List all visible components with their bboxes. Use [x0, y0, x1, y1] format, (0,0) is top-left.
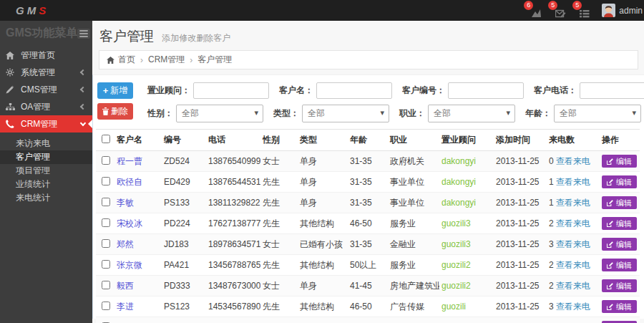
sidebar-item-system[interactable]: 系统管理: [0, 64, 92, 81]
customer-name-link[interactable]: 李敏: [117, 198, 134, 208]
customer-name-link[interactable]: 欧径自: [117, 177, 142, 187]
filter-row-text: 置业顾问： 客户名： 客户编号： 客户电话：: [147, 82, 644, 99]
customer-name-link[interactable]: 郑然: [117, 239, 134, 249]
view-calls-link[interactable]: 查看来电: [556, 218, 590, 228]
edit-button[interactable]: 编辑: [602, 259, 637, 271]
customer-consultant: guozili3: [439, 234, 494, 255]
table-row: 李敏 PS133 13811329822 先生 单身 31-35 事业单位 da…: [96, 193, 640, 213]
filter-label: 客户名：: [279, 85, 313, 97]
add-button[interactable]: 新增: [97, 82, 133, 99]
notifications-tasks-button[interactable]: 5: [577, 4, 592, 18]
customer-job: 事业单位: [388, 193, 439, 213]
sidebar-title: GMS功能菜单: [6, 26, 77, 41]
edit-button[interactable]: 编辑: [602, 279, 637, 292]
customers-table-wrap: 客户名编号电话性别类型年龄职业置业顾问添加时间来电数操作 程一曹 ZD524 1…: [96, 129, 638, 323]
row-checkbox[interactable]: [102, 281, 110, 289]
customer-job: 金融业: [388, 234, 439, 255]
customer-gender: 女士: [260, 276, 298, 297]
edit-button[interactable]: 编辑: [602, 155, 637, 168]
filter-label: 职业：: [399, 107, 425, 120]
customer-phone: 18978634571: [206, 234, 260, 255]
edit-icon: [607, 283, 613, 289]
customer-added-date: 2013-11-25: [494, 297, 547, 317]
sidebar-item-oa[interactable]: OA管理: [0, 98, 92, 115]
customer-name-link[interactable]: 张京微: [117, 260, 142, 270]
filter-select[interactable]: 全部: [176, 105, 263, 122]
customer-age: 31-35: [348, 234, 388, 255]
column-header: 职业: [388, 130, 439, 151]
column-header: 添加时间: [494, 130, 547, 151]
customer-job: 金融业: [388, 317, 439, 323]
filter-select[interactable]: 全部: [554, 105, 641, 122]
edit-button[interactable]: 编辑: [602, 175, 637, 188]
filter-field: 客户编号：: [402, 82, 524, 99]
submenu-item-visits-calls[interactable]: 来访来电: [0, 137, 92, 150]
customer-job: 服务业: [388, 255, 439, 276]
edit-icon: [607, 179, 613, 185]
phone-icon: [6, 120, 16, 128]
sidebar-item-cms[interactable]: CMS管理: [0, 81, 92, 98]
filter-input[interactable]: [580, 82, 644, 99]
filter-label: 性别：: [147, 107, 173, 120]
edit-button-label: 编辑: [616, 177, 632, 188]
view-calls-link[interactable]: 查看来电: [556, 281, 590, 291]
customer-type: 其他结构: [298, 255, 348, 276]
filters: 置业顾问： 客户名： 客户编号： 客户电话： 性别： 全部 类型： 全部 职业：…: [147, 81, 644, 122]
chevron-left-icon: [80, 87, 86, 92]
filter-select[interactable]: 全部: [302, 105, 389, 122]
sidebar-item-home[interactable]: 管理首页: [0, 47, 92, 64]
customer-name-link[interactable]: 李进: [117, 302, 134, 312]
submenu-item-performance[interactable]: 业绩统计: [0, 178, 92, 191]
username-label: admin: [619, 6, 643, 16]
filter-label: 客户编号：: [402, 85, 445, 97]
edit-button[interactable]: 编辑: [602, 238, 637, 251]
edit-button[interactable]: 编辑: [602, 217, 637, 230]
submenu-item-projects[interactable]: 项目管理: [0, 164, 92, 178]
sidebar-item-crm[interactable]: CRM管理: [0, 115, 92, 132]
view-calls-link[interactable]: 查看来电: [556, 198, 590, 208]
view-calls-link[interactable]: 查看来电: [556, 177, 590, 187]
view-calls-link[interactable]: 查看来电: [556, 156, 590, 166]
row-checkbox[interactable]: [102, 239, 110, 248]
row-checkbox[interactable]: [102, 177, 110, 185]
view-calls-link[interactable]: 查看来电: [556, 260, 590, 270]
menu-toggle-icon[interactable]: [77, 29, 90, 39]
chevron-left-icon: [80, 104, 86, 110]
delete-button[interactable]: 删除: [97, 103, 133, 120]
view-calls-link[interactable]: 查看来电: [556, 239, 590, 249]
submenu-item-call-stats[interactable]: 来电统计: [0, 191, 92, 205]
edit-button-label: 编辑: [616, 260, 632, 271]
user-menu[interactable]: admin: [602, 4, 643, 17]
notifications-messages-button[interactable]: 5: [553, 4, 567, 18]
row-checkbox[interactable]: [102, 302, 110, 310]
edit-button[interactable]: 编辑: [602, 300, 637, 313]
breadcrumb-home[interactable]: 首页: [118, 54, 135, 66]
breadcrumb-crm[interactable]: CRM管理: [148, 54, 185, 66]
chevron-down-icon: [80, 120, 86, 125]
row-checkbox[interactable]: [102, 198, 110, 206]
customer-name-link[interactable]: 毅西: [117, 281, 134, 291]
customer-name-link[interactable]: 程一曹: [117, 156, 142, 166]
row-checkbox[interactable]: [102, 156, 110, 165]
edit-button[interactable]: 编辑: [602, 196, 637, 209]
customer-type: 单身: [298, 193, 348, 213]
customer-job: 服务业: [388, 213, 439, 234]
row-checkbox[interactable]: [102, 218, 110, 227]
logo[interactable]: GMS: [0, 0, 92, 21]
submenu-item-customers[interactable]: 客户管理: [0, 150, 92, 164]
customer-consultant: guozili2: [439, 276, 494, 297]
select-all-checkbox[interactable]: [102, 135, 110, 143]
customer-age: 50以上: [348, 255, 388, 276]
topbar: GMS 6 5: [0, 0, 644, 21]
notification-badge: 5: [548, 1, 557, 10]
view-calls-link[interactable]: 查看来电: [556, 302, 590, 312]
customer-phone: 13811329822: [206, 193, 260, 213]
customer-name-link[interactable]: 宋校冰: [117, 218, 142, 228]
filter-input[interactable]: [448, 82, 524, 99]
row-checkbox[interactable]: [102, 260, 110, 269]
notifications-chart-button[interactable]: 6: [529, 4, 543, 18]
filter-input[interactable]: [193, 82, 269, 99]
filter-input[interactable]: [316, 82, 392, 99]
filter-select[interactable]: 全部: [428, 105, 515, 122]
customer-age: 41-45: [348, 276, 388, 297]
